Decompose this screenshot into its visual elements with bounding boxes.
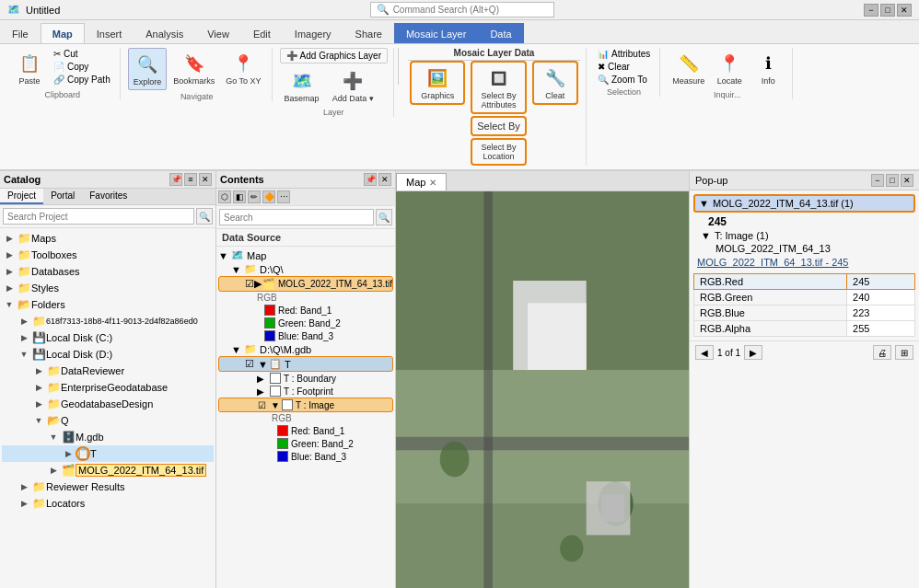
contents-pin-button[interactable]: 📌 [364, 173, 377, 186]
tree-item-enterprise[interactable]: ▶ 📁 EnterpriseGeodatabase [2, 379, 214, 396]
ct-item-dqm[interactable]: ▼ 📁 D:\Q\M.gdb [218, 342, 393, 356]
tree-item-locators[interactable]: ▶ 📁 Locators [2, 495, 214, 512]
contents-close-button[interactable]: ✕ [378, 173, 391, 186]
tab-share[interactable]: Share [343, 23, 394, 43]
graphics-button[interactable]: 🖼️ Graphics [410, 61, 465, 105]
command-search[interactable]: 🔍 [370, 2, 554, 17]
popup-tree-molg[interactable]: ▼ MOLG_2022_ITM_64_13.tif (1) [693, 194, 915, 213]
close-button[interactable]: ✕ [897, 4, 912, 17]
tree-item-databases[interactable]: ▶ 📁 Databases [2, 263, 214, 280]
tree-item-folders[interactable]: ▼ 📂 Folders [2, 296, 214, 313]
add-graphics-layer-button[interactable]: ➕ Add Graphics Layer [280, 48, 388, 63]
tab-edit[interactable]: Edit [241, 23, 283, 43]
contents-tool-4[interactable]: 🔶 [262, 190, 275, 203]
tree-item-localc[interactable]: ▶ 💾 Local Disk (C:) [2, 329, 214, 346]
tree-item-maps[interactable]: ▶ 📁 Maps [2, 230, 214, 247]
tree-item-molg-tif[interactable]: ▶ 🗂️ MOLG_2022_ITM_64_13.tif [2, 462, 214, 478]
tab-view[interactable]: View [195, 23, 241, 43]
explore-button[interactable]: 🔍 Explore [128, 48, 168, 90]
tree-item-reviewer[interactable]: ▶ 📁 Reviewer Results [2, 478, 214, 495]
svg-rect-6 [396, 437, 689, 451]
catalog-tab-project[interactable]: Project [0, 189, 43, 204]
cut-button[interactable]: ✂Cut [50, 48, 114, 60]
popup-tree-t-image[interactable]: ▼ T: Image (1) [693, 229, 915, 242]
tab-analysis[interactable]: Analysis [134, 23, 195, 43]
maximize-button[interactable]: □ [880, 4, 895, 17]
go-to-xy-button[interactable]: 📍 Go To XY [221, 48, 265, 90]
attributes-button[interactable]: 📊Attributes [594, 48, 654, 60]
cleat-button[interactable]: 🔧 Cleat [532, 61, 578, 105]
contents-tool-5[interactable]: ⋯ [277, 190, 290, 203]
ct-image-checkbox[interactable]: ☑ [258, 400, 271, 410]
tab-file[interactable]: File [0, 23, 41, 43]
command-input[interactable] [393, 5, 541, 15]
tree-item-t[interactable]: ▶ 📋 T [2, 445, 214, 462]
copy-button[interactable]: 📄Copy [50, 61, 114, 73]
catalog-search-input[interactable] [3, 208, 194, 225]
tree-item-guid[interactable]: ▶ 📁 618f7313-18b8-4f11-9013-2d4f82a86ed0 [2, 313, 214, 329]
popup-detail-link[interactable]: MOLG_2022_ITM_64_13.tif - 245 [693, 255, 915, 270]
popup-expand-button[interactable]: ⊞ [895, 345, 913, 360]
contents-tool-3[interactable]: ✏ [248, 190, 261, 203]
zoom-to-button[interactable]: 🔍Zoom To [594, 74, 654, 86]
select-by-location-button[interactable]: Select By Location [471, 138, 526, 166]
ct-item-t-footprint[interactable]: ▶ T : Footprint [218, 385, 393, 398]
map-tab-close[interactable]: ✕ [429, 178, 436, 188]
catalog-pin-button[interactable]: 📌 [169, 173, 182, 186]
popup-prev-button[interactable]: ◀ [695, 345, 714, 360]
contents-search-button[interactable]: 🔍 [376, 209, 392, 225]
tree-item-toolboxes[interactable]: ▶ 📁 Toolboxes [2, 247, 214, 263]
bookmarks-button[interactable]: 🔖 Bookmarks [169, 48, 219, 90]
catalog-tab-portal[interactable]: Portal [43, 189, 82, 204]
ct-boundary-expander: ▶ [257, 374, 270, 384]
ct-item-map[interactable]: ▼ 🗺️ Map [218, 248, 393, 262]
add-data-button[interactable]: ➕ Add Data ▾ [328, 65, 378, 106]
popup-val-alpha: 255 [847, 321, 915, 337]
clear-button[interactable]: ✖Clear [594, 61, 654, 73]
contents-tool-2[interactable]: ◧ [233, 190, 246, 203]
ct-item-dq[interactable]: ▼ 📁 D:\Q\ [218, 262, 393, 276]
tree-item-q[interactable]: ▼ 📂 Q [2, 412, 214, 429]
ct-t-checkbox[interactable]: ☑ [245, 358, 258, 370]
popup-next-button[interactable]: ▶ [744, 345, 762, 360]
contents-tool-1[interactable]: ⬡ [218, 190, 231, 203]
catalog-search-button[interactable]: 🔍 [196, 208, 213, 225]
popup-table-row-blue: RGB.Blue 223 [694, 306, 915, 321]
ct-item-molg-tif[interactable]: ☑ ▶ 🗂️ MOLG_2022_ITM_64_13.tif [218, 276, 393, 292]
ct-item-t-layer[interactable]: ☑ ▼ 📋 T [218, 356, 393, 372]
tree-item-styles[interactable]: ▶ 📁 Styles [2, 280, 214, 296]
tree-item-mgdb[interactable]: ▼ 🗄️ M.gdb [2, 429, 214, 445]
title-bar-controls: − □ ✕ [864, 4, 912, 17]
tab-imagery[interactable]: Imagery [283, 23, 343, 43]
catalog-tab-favorites[interactable]: Favorites [82, 189, 134, 204]
select-by-attributes-button[interactable]: 🔲 Select By Attributes [471, 61, 526, 114]
tree-item-locald[interactable]: ▼ 💾 Local Disk (D:) [2, 346, 214, 363]
tab-data[interactable]: Data [478, 23, 523, 43]
paste-button[interactable]: 📋 Paste [11, 48, 48, 88]
popup-close-button[interactable]: ✕ [901, 174, 913, 187]
ct-item-t-image[interactable]: ☑ ▼ T : Image [218, 398, 393, 412]
ribbon-separator-1 [398, 48, 399, 85]
popup-float-button[interactable]: □ [886, 174, 899, 187]
tab-map[interactable]: Map [41, 23, 85, 43]
map-canvas[interactable] [396, 191, 689, 588]
tab-insert[interactable]: Insert [85, 23, 134, 43]
popup-print-button[interactable]: 🖨 [873, 345, 891, 360]
contents-search-input[interactable] [219, 209, 374, 225]
popup-minimize-button[interactable]: − [871, 174, 884, 187]
catalog-menu-button[interactable]: ≡ [184, 173, 197, 186]
catalog-close-button[interactable]: ✕ [199, 173, 212, 186]
measure-button[interactable]: 📏 Measure [668, 48, 709, 88]
tab-mosaic-layer[interactable]: Mosaic Layer [394, 23, 478, 43]
ct-molg-checkbox[interactable]: ☑ [245, 278, 254, 290]
info-button[interactable]: ℹ Info [750, 48, 786, 88]
locate-button[interactable]: 📍 Locate [711, 48, 748, 88]
select-by-button[interactable]: Select By [471, 116, 526, 136]
tree-item-datareviewer[interactable]: ▶ 📁 DataReviewer [2, 363, 214, 379]
tree-item-geodbdesign[interactable]: ▶ 📁 GeodatabaseDesign [2, 396, 214, 412]
copy-path-button[interactable]: 🔗Copy Path [50, 74, 114, 86]
map-tab-map[interactable]: Map ✕ [396, 173, 447, 190]
minimize-button[interactable]: − [864, 4, 878, 17]
ct-item-t-boundary[interactable]: ▶ T : Boundary [218, 372, 393, 385]
basemap-button[interactable]: 🗺️ Basemap [280, 65, 324, 106]
